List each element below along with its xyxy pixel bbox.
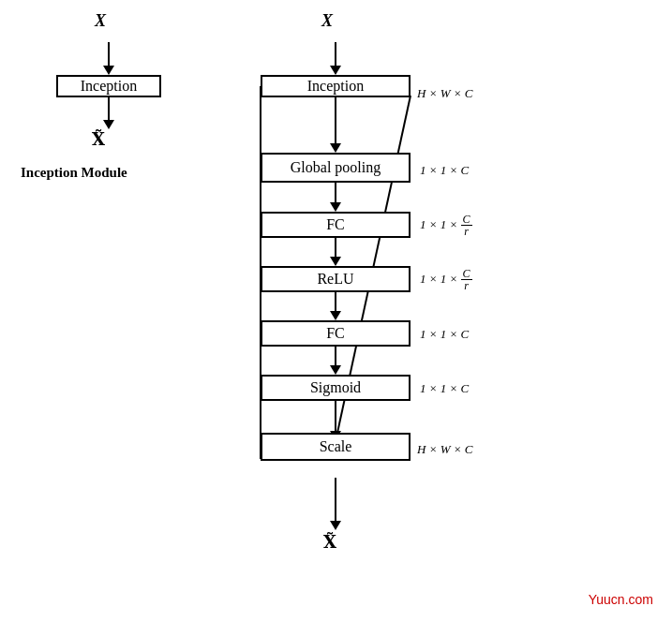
scale-box: Scale (261, 433, 411, 461)
left-x-tilde: X̃ (92, 129, 105, 150)
dim-1x1xc-r-1: 1 × 1 × C r (420, 214, 472, 237)
dim-hwc-bottom: H × W × C (417, 440, 472, 457)
module-title: Inception Module (21, 164, 127, 181)
right-x-tilde: X̃ (323, 532, 336, 553)
fc1-box: FC (261, 212, 411, 238)
dim-hwc-top: H × W × C (417, 84, 472, 101)
watermark: Yuucn.com (589, 592, 653, 607)
dim-1x1xc-2: 1 × 1 × C (420, 325, 469, 342)
sigmoid-box: Sigmoid (261, 375, 411, 401)
relu-box: ReLU (261, 266, 411, 292)
dim-1x1xc-r-2: 1 × 1 × C r (420, 268, 472, 291)
right-inception-box: Inception (261, 75, 411, 97)
dim-1x1xc-1: 1 × 1 × C (420, 161, 469, 178)
left-x-label: X (95, 11, 106, 31)
dim-1x1xc-3: 1 × 1 × C (420, 379, 469, 396)
right-x-label: X (321, 11, 333, 31)
left-inception-box: Inception (56, 75, 161, 97)
fc2-box: FC (261, 320, 411, 347)
global-pooling-box: Global pooling (261, 153, 411, 183)
